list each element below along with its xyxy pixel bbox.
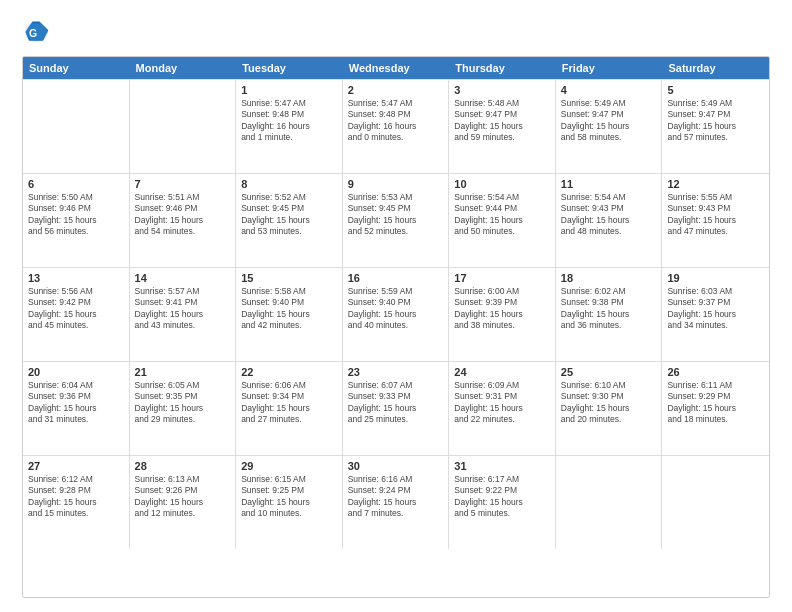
cell-info: Sunrise: 6:00 AM Sunset: 9:39 PM Dayligh…	[454, 286, 550, 332]
cell-day-number: 31	[454, 460, 550, 472]
cell-info: Sunrise: 6:12 AM Sunset: 9:28 PM Dayligh…	[28, 474, 124, 520]
cell-info: Sunrise: 6:05 AM Sunset: 9:35 PM Dayligh…	[135, 380, 231, 426]
cell-day-number: 16	[348, 272, 444, 284]
header: G	[22, 18, 770, 46]
calendar-cell: 12Sunrise: 5:55 AM Sunset: 9:43 PM Dayli…	[662, 174, 769, 267]
calendar-cell	[556, 456, 663, 549]
cell-info: Sunrise: 5:55 AM Sunset: 9:43 PM Dayligh…	[667, 192, 764, 238]
cell-info: Sunrise: 5:56 AM Sunset: 9:42 PM Dayligh…	[28, 286, 124, 332]
calendar-cell: 17Sunrise: 6:00 AM Sunset: 9:39 PM Dayli…	[449, 268, 556, 361]
calendar-cell: 11Sunrise: 5:54 AM Sunset: 9:43 PM Dayli…	[556, 174, 663, 267]
cell-info: Sunrise: 6:13 AM Sunset: 9:26 PM Dayligh…	[135, 474, 231, 520]
cell-info: Sunrise: 6:15 AM Sunset: 9:25 PM Dayligh…	[241, 474, 337, 520]
cell-day-number: 29	[241, 460, 337, 472]
calendar-cell: 8Sunrise: 5:52 AM Sunset: 9:45 PM Daylig…	[236, 174, 343, 267]
calendar-cell: 21Sunrise: 6:05 AM Sunset: 9:35 PM Dayli…	[130, 362, 237, 455]
calendar-cell: 26Sunrise: 6:11 AM Sunset: 9:29 PM Dayli…	[662, 362, 769, 455]
cell-day-number: 13	[28, 272, 124, 284]
calendar-cell: 18Sunrise: 6:02 AM Sunset: 9:38 PM Dayli…	[556, 268, 663, 361]
cell-info: Sunrise: 5:54 AM Sunset: 9:43 PM Dayligh…	[561, 192, 657, 238]
cell-info: Sunrise: 5:47 AM Sunset: 9:48 PM Dayligh…	[241, 98, 337, 144]
calendar-cell: 29Sunrise: 6:15 AM Sunset: 9:25 PM Dayli…	[236, 456, 343, 549]
cell-day-number: 24	[454, 366, 550, 378]
logo: G	[22, 18, 54, 46]
cell-info: Sunrise: 6:16 AM Sunset: 9:24 PM Dayligh…	[348, 474, 444, 520]
cell-day-number: 1	[241, 84, 337, 96]
calendar-cell: 10Sunrise: 5:54 AM Sunset: 9:44 PM Dayli…	[449, 174, 556, 267]
calendar-cell: 24Sunrise: 6:09 AM Sunset: 9:31 PM Dayli…	[449, 362, 556, 455]
calendar-cell: 15Sunrise: 5:58 AM Sunset: 9:40 PM Dayli…	[236, 268, 343, 361]
cell-day-number: 17	[454, 272, 550, 284]
cell-info: Sunrise: 6:04 AM Sunset: 9:36 PM Dayligh…	[28, 380, 124, 426]
calendar-cell	[130, 80, 237, 173]
cell-info: Sunrise: 6:07 AM Sunset: 9:33 PM Dayligh…	[348, 380, 444, 426]
calendar-cell: 6Sunrise: 5:50 AM Sunset: 9:46 PM Daylig…	[23, 174, 130, 267]
cell-day-number: 6	[28, 178, 124, 190]
cell-day-number: 10	[454, 178, 550, 190]
calendar-cell: 13Sunrise: 5:56 AM Sunset: 9:42 PM Dayli…	[23, 268, 130, 361]
cell-day-number: 2	[348, 84, 444, 96]
cell-info: Sunrise: 5:49 AM Sunset: 9:47 PM Dayligh…	[561, 98, 657, 144]
cell-info: Sunrise: 6:06 AM Sunset: 9:34 PM Dayligh…	[241, 380, 337, 426]
cell-info: Sunrise: 6:03 AM Sunset: 9:37 PM Dayligh…	[667, 286, 764, 332]
calendar-cell: 19Sunrise: 6:03 AM Sunset: 9:37 PM Dayli…	[662, 268, 769, 361]
calendar-cell: 25Sunrise: 6:10 AM Sunset: 9:30 PM Dayli…	[556, 362, 663, 455]
calendar-cell: 16Sunrise: 5:59 AM Sunset: 9:40 PM Dayli…	[343, 268, 450, 361]
calendar-body: 1Sunrise: 5:47 AM Sunset: 9:48 PM Daylig…	[23, 79, 769, 549]
calendar-cell: 9Sunrise: 5:53 AM Sunset: 9:45 PM Daylig…	[343, 174, 450, 267]
cell-info: Sunrise: 5:57 AM Sunset: 9:41 PM Dayligh…	[135, 286, 231, 332]
calendar: SundayMondayTuesdayWednesdayThursdayFrid…	[22, 56, 770, 598]
calendar-cell: 3Sunrise: 5:48 AM Sunset: 9:47 PM Daylig…	[449, 80, 556, 173]
cell-day-number: 3	[454, 84, 550, 96]
calendar-cell: 28Sunrise: 6:13 AM Sunset: 9:26 PM Dayli…	[130, 456, 237, 549]
calendar-header: SundayMondayTuesdayWednesdayThursdayFrid…	[23, 57, 769, 79]
day-header: Thursday	[449, 57, 556, 79]
cell-day-number: 22	[241, 366, 337, 378]
cell-info: Sunrise: 5:49 AM Sunset: 9:47 PM Dayligh…	[667, 98, 764, 144]
calendar-cell: 14Sunrise: 5:57 AM Sunset: 9:41 PM Dayli…	[130, 268, 237, 361]
cell-day-number: 30	[348, 460, 444, 472]
day-header: Wednesday	[343, 57, 450, 79]
calendar-cell: 31Sunrise: 6:17 AM Sunset: 9:22 PM Dayli…	[449, 456, 556, 549]
calendar-cell: 27Sunrise: 6:12 AM Sunset: 9:28 PM Dayli…	[23, 456, 130, 549]
week-row: 1Sunrise: 5:47 AM Sunset: 9:48 PM Daylig…	[23, 79, 769, 173]
cell-day-number: 5	[667, 84, 764, 96]
cell-day-number: 15	[241, 272, 337, 284]
cell-day-number: 7	[135, 178, 231, 190]
calendar-cell: 5Sunrise: 5:49 AM Sunset: 9:47 PM Daylig…	[662, 80, 769, 173]
calendar-cell: 30Sunrise: 6:16 AM Sunset: 9:24 PM Dayli…	[343, 456, 450, 549]
cell-info: Sunrise: 5:52 AM Sunset: 9:45 PM Dayligh…	[241, 192, 337, 238]
calendar-cell: 20Sunrise: 6:04 AM Sunset: 9:36 PM Dayli…	[23, 362, 130, 455]
logo-icon: G	[22, 18, 50, 46]
cell-day-number: 19	[667, 272, 764, 284]
cell-info: Sunrise: 5:59 AM Sunset: 9:40 PM Dayligh…	[348, 286, 444, 332]
calendar-cell: 7Sunrise: 5:51 AM Sunset: 9:46 PM Daylig…	[130, 174, 237, 267]
week-row: 13Sunrise: 5:56 AM Sunset: 9:42 PM Dayli…	[23, 267, 769, 361]
calendar-cell: 22Sunrise: 6:06 AM Sunset: 9:34 PM Dayli…	[236, 362, 343, 455]
cell-info: Sunrise: 5:48 AM Sunset: 9:47 PM Dayligh…	[454, 98, 550, 144]
calendar-cell: 4Sunrise: 5:49 AM Sunset: 9:47 PM Daylig…	[556, 80, 663, 173]
cell-info: Sunrise: 5:47 AM Sunset: 9:48 PM Dayligh…	[348, 98, 444, 144]
day-header: Sunday	[23, 57, 130, 79]
cell-info: Sunrise: 6:11 AM Sunset: 9:29 PM Dayligh…	[667, 380, 764, 426]
calendar-cell: 2Sunrise: 5:47 AM Sunset: 9:48 PM Daylig…	[343, 80, 450, 173]
cell-day-number: 11	[561, 178, 657, 190]
cell-info: Sunrise: 5:50 AM Sunset: 9:46 PM Dayligh…	[28, 192, 124, 238]
cell-day-number: 18	[561, 272, 657, 284]
cell-day-number: 14	[135, 272, 231, 284]
cell-day-number: 8	[241, 178, 337, 190]
cell-info: Sunrise: 5:58 AM Sunset: 9:40 PM Dayligh…	[241, 286, 337, 332]
cell-info: Sunrise: 5:54 AM Sunset: 9:44 PM Dayligh…	[454, 192, 550, 238]
cell-day-number: 4	[561, 84, 657, 96]
day-header: Saturday	[662, 57, 769, 79]
cell-info: Sunrise: 6:10 AM Sunset: 9:30 PM Dayligh…	[561, 380, 657, 426]
cell-day-number: 12	[667, 178, 764, 190]
cell-day-number: 26	[667, 366, 764, 378]
cell-day-number: 23	[348, 366, 444, 378]
calendar-cell	[23, 80, 130, 173]
cell-day-number: 27	[28, 460, 124, 472]
cell-day-number: 20	[28, 366, 124, 378]
cell-day-number: 21	[135, 366, 231, 378]
week-row: 6Sunrise: 5:50 AM Sunset: 9:46 PM Daylig…	[23, 173, 769, 267]
day-header: Tuesday	[236, 57, 343, 79]
